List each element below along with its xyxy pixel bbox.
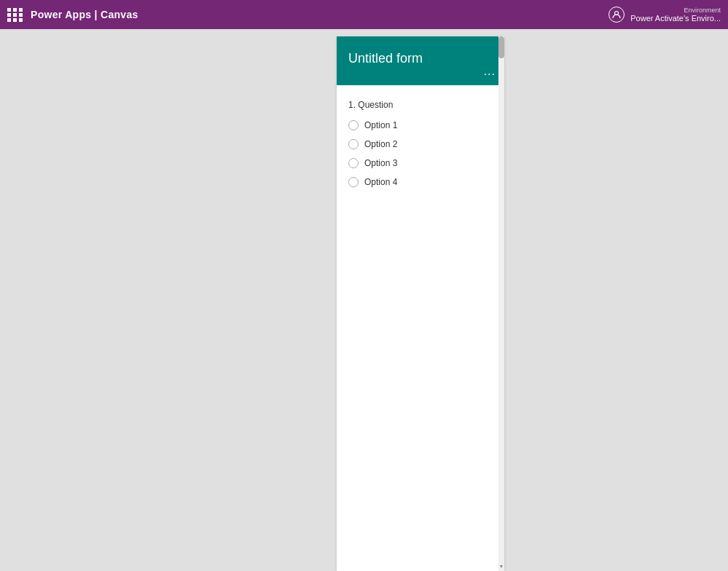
option-row-3: Option 3 [348, 158, 493, 168]
scrollbar-thumb[interactable] [498, 36, 504, 58]
radio-option-4[interactable] [348, 177, 359, 187]
environment-icon [608, 7, 625, 23]
env-name: Power Activate's Enviro... [630, 14, 721, 23]
topbar: Power Apps | Canvas Environment Power Ac… [0, 0, 728, 29]
scrollbar-arrow-down[interactable]: ▼ [498, 561, 504, 571]
form-container: Untitled form ... 1. Question Option 1 O… [337, 36, 504, 571]
radio-option-1[interactable] [348, 120, 359, 130]
topbar-left: Power Apps | Canvas [7, 8, 138, 22]
main-area: Untitled form ... 1. Question Option 1 O… [0, 29, 728, 571]
brand-text: Power Apps | Canvas [31, 9, 138, 20]
topbar-right: Environment Power Activate's Enviro... [608, 7, 721, 23]
question-label: 1. Question [348, 100, 493, 110]
apps-icon[interactable] [7, 8, 23, 22]
env-info: Environment Power Activate's Enviro... [630, 7, 721, 23]
form-title: Untitled form [348, 51, 493, 66]
form-header: Untitled form ... [337, 36, 504, 85]
option-label-1: Option 1 [364, 120, 397, 130]
option-label-3: Option 3 [364, 158, 397, 168]
radio-option-2[interactable] [348, 139, 359, 149]
form-header-menu-button[interactable]: ... [484, 65, 496, 78]
form-scrollbar[interactable]: ▼ [498, 36, 504, 571]
option-row-1: Option 1 [348, 120, 493, 130]
option-row-4: Option 4 [348, 177, 493, 187]
option-label-4: Option 4 [364, 177, 397, 187]
option-row-2: Option 2 [348, 139, 493, 149]
left-sidebar [0, 29, 251, 571]
option-label-2: Option 2 [364, 139, 397, 149]
right-sidebar [590, 29, 728, 571]
env-label: Environment [684, 7, 721, 14]
canvas-area: Untitled form ... 1. Question Option 1 O… [251, 29, 590, 571]
radio-option-3[interactable] [348, 158, 359, 168]
form-body: 1. Question Option 1 Option 2 Option 3 O… [337, 85, 504, 210]
